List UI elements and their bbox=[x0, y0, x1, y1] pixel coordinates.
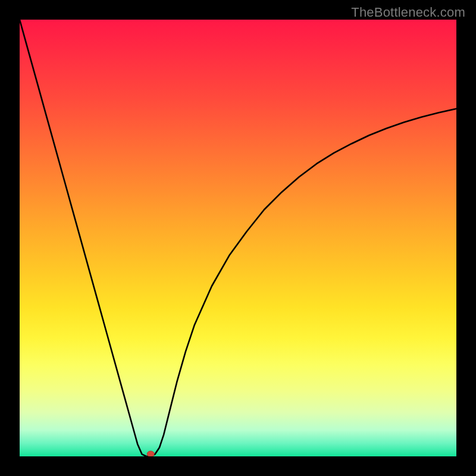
bottleneck-curve bbox=[20, 20, 456, 456]
chart-svg bbox=[20, 20, 456, 456]
chart-frame: TheBottleneck.com bbox=[0, 0, 476, 476]
plot-area bbox=[20, 20, 456, 456]
min-marker bbox=[147, 451, 154, 456]
watermark-text: TheBottleneck.com bbox=[351, 5, 465, 20]
